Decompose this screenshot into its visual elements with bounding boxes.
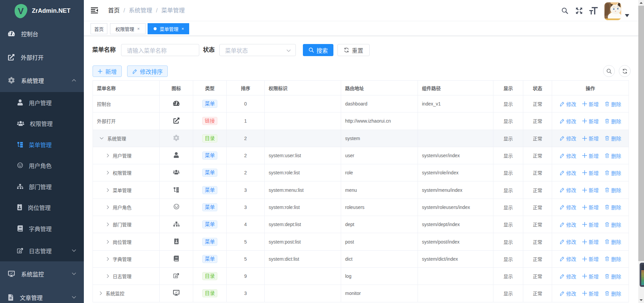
svg-text:V: V (18, 6, 24, 16)
